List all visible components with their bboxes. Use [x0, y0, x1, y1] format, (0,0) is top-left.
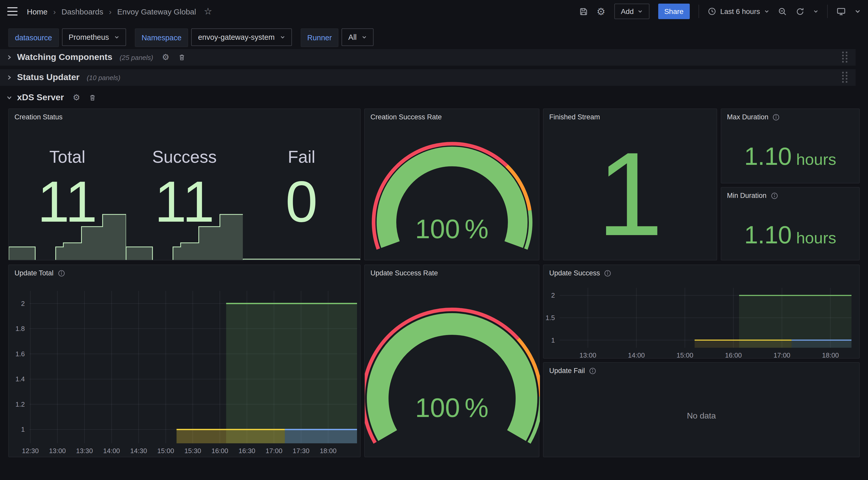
panel-title[interactable]: Creation Success Rate [370, 113, 442, 121]
refresh-interval-chevron-icon[interactable] [813, 9, 818, 14]
breadcrumb-current-dashboard[interactable]: Envoy Gateway Global [117, 7, 196, 16]
gauge-value-unit: % [465, 215, 489, 242]
info-icon[interactable] [589, 367, 596, 374]
row-drag-handle[interactable] [842, 72, 847, 83]
panel-creation-status: Creation Status Total 11 Success 11 Fail… [8, 109, 361, 261]
svg-text:18:00: 18:00 [822, 351, 839, 359]
stat-label: Total [49, 147, 85, 167]
variable-namespace-value: envoy-gateway-system [198, 33, 275, 41]
duration-unit: hours [796, 229, 836, 247]
info-icon[interactable] [604, 269, 612, 277]
svg-text:17:00: 17:00 [266, 447, 282, 455]
panel-title[interactable]: Update Total [14, 269, 54, 277]
finished-stream-value: 1 [544, 121, 717, 260]
svg-text:15:00: 15:00 [157, 447, 174, 455]
row-header-watching-components[interactable]: Watching Components (25 panels) ⚙ [0, 49, 856, 66]
panel-title[interactable]: Min Duration [727, 191, 767, 200]
panel-finished-stream: Finished Stream 1 [543, 109, 717, 261]
share-button[interactable]: Share [658, 4, 690, 19]
panel-update-success-rate: Update Success Rate 100% [364, 265, 539, 457]
chevron-right-icon [6, 54, 12, 60]
stat-value: 11 [37, 173, 97, 231]
gauge-value: 100% [365, 394, 539, 421]
variable-namespace: Namespace envoy-gateway-system [135, 28, 292, 47]
row-settings-gear-icon[interactable]: ⚙ [162, 53, 169, 61]
update-success-chart[interactable]: 13:0014:0015:0016:0017:0018:0011.52 [544, 277, 859, 359]
svg-text:1.6: 1.6 [16, 350, 25, 358]
row-delete-trash-icon[interactable] [89, 94, 96, 101]
svg-text:13:00: 13:00 [49, 447, 66, 455]
favorite-star-icon[interactable]: ☆ [204, 7, 212, 16]
panel-title[interactable]: Update Success Rate [370, 269, 438, 277]
add-button[interactable]: Add [614, 4, 649, 19]
row-panel-count: (10 panels) [87, 73, 120, 81]
stat-label: Success [152, 147, 216, 167]
save-dashboard-icon[interactable] [579, 7, 588, 16]
time-range-label: Last 6 hours [720, 7, 760, 16]
svg-text:16:00: 16:00 [725, 351, 742, 359]
row-title: Status Updater [17, 72, 80, 83]
svg-text:13:30: 13:30 [76, 447, 93, 455]
variable-runner-value: All [348, 33, 356, 41]
time-range-picker[interactable]: Last 6 hours [708, 7, 769, 16]
breadcrumb-separator: › [109, 7, 112, 16]
svg-text:13:00: 13:00 [580, 351, 596, 359]
info-icon[interactable] [58, 269, 65, 277]
breadcrumb-home[interactable]: Home [27, 7, 48, 16]
variable-namespace-select[interactable]: envoy-gateway-system [191, 28, 292, 46]
gauge-value-number: 100 [415, 394, 460, 421]
row-delete-trash-icon[interactable] [178, 54, 185, 61]
update-total-chart[interactable]: 12:3013:0013:3014:0014:3015:0015:3016:00… [9, 279, 360, 458]
info-icon[interactable] [771, 192, 778, 199]
info-icon[interactable] [773, 113, 780, 121]
panel-title[interactable]: Creation Status [14, 113, 63, 121]
refresh-icon[interactable] [796, 7, 804, 16]
dashboard-settings-gear-icon[interactable]: ⚙ [596, 6, 605, 16]
panel-update-fail: Update Fail No data [543, 362, 860, 457]
svg-text:14:00: 14:00 [628, 351, 645, 359]
variable-datasource-label: datasource [8, 28, 59, 47]
breadcrumb: Home › Dashboards › Envoy Gateway Global… [27, 7, 212, 16]
grafana-dashboard: Home › Dashboards › Envoy Gateway Global… [0, 0, 868, 480]
stat-value: 11 [154, 173, 215, 231]
panel-update-success: Update Success 13:0014:0015:0016:0017:00… [543, 265, 860, 359]
update-success-gauge [365, 277, 540, 458]
svg-text:15:30: 15:30 [184, 447, 201, 455]
menu-toggle-icon[interactable] [7, 7, 18, 16]
variable-namespace-label: Namespace [135, 28, 188, 47]
svg-text:14:30: 14:30 [130, 447, 147, 455]
toolbar-overflow-chevron-icon[interactable] [855, 8, 861, 14]
zoom-out-time-icon[interactable] [778, 7, 787, 16]
max-duration-value: 1.10 hours [721, 121, 859, 183]
stat-label: Fail [288, 147, 315, 167]
row-title: Watching Components [17, 52, 113, 62]
svg-text:17:30: 17:30 [293, 447, 309, 455]
row-header-xds-server[interactable]: xDS Server ⚙ [0, 91, 102, 104]
stat-value: 0 [285, 173, 318, 231]
variable-runner-select[interactable]: All [342, 28, 374, 46]
svg-text:1.4: 1.4 [16, 375, 25, 383]
svg-text:1.2: 1.2 [16, 400, 25, 408]
toolbar-divider [827, 5, 828, 18]
breadcrumb-separator: › [53, 7, 56, 16]
breadcrumb-dashboards[interactable]: Dashboards [61, 7, 103, 16]
variable-runner: Runner All [301, 28, 374, 47]
variable-datasource-select[interactable]: Prometheus [62, 28, 126, 46]
panel-update-total: Update Total 12:3013:0013:3014:0014:3015… [8, 265, 361, 457]
svg-text:18:00: 18:00 [320, 447, 337, 455]
toolbar-divider [699, 5, 699, 18]
row-settings-gear-icon[interactable]: ⚙ [72, 93, 80, 102]
stat-success: Success 11 [126, 121, 243, 260]
clock-icon [708, 7, 716, 16]
gauge-value-unit: % [465, 394, 489, 421]
row-header-status-updater[interactable]: Status Updater (10 panels) [0, 69, 856, 86]
panel-title[interactable]: Update Success [549, 269, 600, 277]
row-drag-handle[interactable] [842, 52, 847, 63]
top-nav-actions: ⚙ Add Share Last 6 hours [579, 4, 861, 19]
duration-unit: hours [796, 150, 836, 169]
panel-title[interactable]: Finished Stream [549, 113, 600, 121]
creation-status-stats: Total 11 Success 11 Fail 0 [9, 121, 360, 260]
panel-title[interactable]: Max Duration [727, 113, 769, 121]
panel-title[interactable]: Update Fail [549, 366, 585, 375]
tv-mode-icon[interactable] [836, 7, 846, 16]
